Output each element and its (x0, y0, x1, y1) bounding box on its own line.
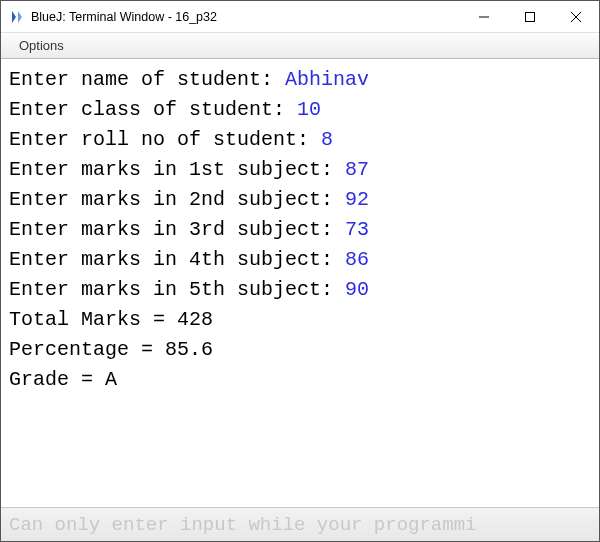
terminal-line: Grade = A (9, 365, 591, 395)
terminal-line: Percentage = 85.6 (9, 335, 591, 365)
terminal-input-placeholder: Can only enter input while your programm… (9, 514, 476, 536)
terminal-user-input: 92 (345, 188, 369, 211)
terminal-prompt-text: Enter marks in 1st subject: (9, 158, 345, 181)
terminal-line: Enter class of student: 10 (9, 95, 591, 125)
terminal-line: Enter roll no of student: 8 (9, 125, 591, 155)
terminal-line: Enter marks in 5th subject: 90 (9, 275, 591, 305)
terminal-prompt-text: Percentage = 85.6 (9, 338, 213, 361)
window-title: BlueJ: Terminal Window - 16_p32 (31, 10, 461, 24)
svg-rect-1 (526, 12, 535, 21)
terminal-user-input: 87 (345, 158, 369, 181)
terminal-prompt-text: Enter class of student: (9, 98, 297, 121)
terminal-prompt-text: Grade = A (9, 368, 117, 391)
window-controls (461, 1, 599, 32)
terminal-line: Enter name of student: Abhinav (9, 65, 591, 95)
menu-options[interactable]: Options (13, 36, 70, 55)
terminal-line: Total Marks = 428 (9, 305, 591, 335)
terminal-line: Enter marks in 1st subject: 87 (9, 155, 591, 185)
menubar: Options (1, 33, 599, 59)
window-titlebar: BlueJ: Terminal Window - 16_p32 (1, 1, 599, 33)
terminal-user-input: Abhinav (285, 68, 369, 91)
terminal-prompt-text: Enter roll no of student: (9, 128, 321, 151)
terminal-line: Enter marks in 3rd subject: 73 (9, 215, 591, 245)
terminal-user-input: 73 (345, 218, 369, 241)
terminal-prompt-text: Enter name of student: (9, 68, 285, 91)
terminal-prompt-text: Enter marks in 5th subject: (9, 278, 345, 301)
close-button[interactable] (553, 1, 599, 32)
terminal-line: Enter marks in 4th subject: 86 (9, 245, 591, 275)
terminal-user-input: 90 (345, 278, 369, 301)
terminal-output: Enter name of student: AbhinavEnter clas… (1, 59, 599, 507)
app-icon (9, 9, 25, 25)
terminal-prompt-text: Enter marks in 2nd subject: (9, 188, 345, 211)
terminal-input-field[interactable]: Can only enter input while your programm… (1, 507, 599, 541)
maximize-button[interactable] (507, 1, 553, 32)
minimize-button[interactable] (461, 1, 507, 32)
terminal-prompt-text: Enter marks in 4th subject: (9, 248, 345, 271)
terminal-prompt-text: Enter marks in 3rd subject: (9, 218, 345, 241)
terminal-user-input: 10 (297, 98, 321, 121)
terminal-user-input: 86 (345, 248, 369, 271)
terminal-user-input: 8 (321, 128, 333, 151)
terminal-prompt-text: Total Marks = 428 (9, 308, 213, 331)
terminal-line: Enter marks in 2nd subject: 92 (9, 185, 591, 215)
